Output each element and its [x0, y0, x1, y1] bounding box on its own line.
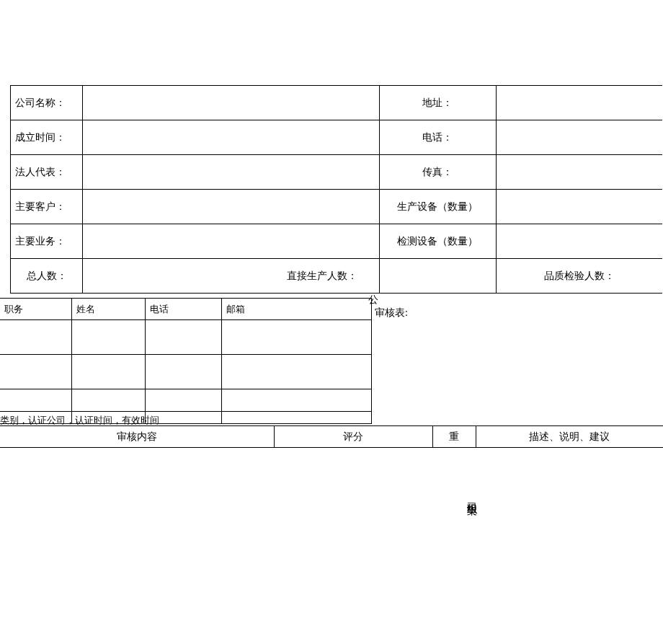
cell: [145, 355, 221, 389]
quality-inspect-label: 品质检验人数：: [497, 259, 662, 294]
table-row: 总人数： 直接生产人数： 品质检验人数：: [11, 259, 663, 294]
founded-label: 成立时间：: [11, 120, 83, 155]
test-equip-value: [497, 224, 662, 259]
cell: [221, 320, 371, 355]
total-people-label: 总人数：: [11, 259, 83, 294]
fax-label: 传真：: [379, 155, 496, 190]
address-value: [497, 86, 662, 120]
address-label: 地址：: [379, 86, 496, 120]
main-customer-label: 主要客户：: [11, 190, 83, 224]
company-name-value: [83, 86, 380, 120]
cell: [71, 355, 145, 389]
phone-header: 电话: [145, 299, 221, 320]
legal-rep-value: [83, 155, 380, 190]
main-business-value: [83, 224, 380, 259]
table-row: [0, 320, 371, 355]
table-row: 成立时间： 电话：: [11, 120, 663, 155]
legal-rep-label: 法人代表：: [11, 155, 83, 190]
audit-score-header: 评分: [274, 426, 432, 448]
main-business-label: 主要业务：: [11, 224, 83, 259]
table-row: [0, 355, 371, 389]
cell: [145, 320, 221, 355]
direct-prod-value: [379, 259, 496, 294]
company-name-label: 公司名称：: [11, 86, 83, 120]
direct-prod-label: 直接生产人数：: [83, 259, 380, 294]
phone-label: 电话：: [379, 120, 496, 155]
prod-equip-label: 生产设备（数量）: [379, 190, 496, 224]
prod-equip-value: [497, 190, 662, 224]
table-row: 审核内容 评分 重 描述、说明、建议: [0, 426, 663, 448]
table-row: 法人代表： 传真：: [11, 155, 663, 190]
cell: [221, 355, 371, 389]
float-company-char: 公: [368, 294, 378, 306]
cell: [71, 320, 145, 355]
company-info-table: 公司名称： 地址： 成立时间： 电话： 法人代表： 传真： 主要客户： 生产设备…: [10, 85, 662, 294]
table-row: 主要客户： 生产设备（数量）: [11, 190, 663, 224]
fax-value: [497, 155, 662, 190]
table-row: 公司名称： 地址：: [11, 86, 663, 120]
cell: [0, 320, 71, 355]
audit-header-table: 审核内容 评分 重 描述、说明、建议: [0, 425, 663, 448]
test-equip-label: 检测设备（数量）: [379, 224, 496, 259]
table-row: 职务 姓名 电话 邮箱: [0, 299, 371, 320]
table-row: 主要业务： 检测设备（数量）: [11, 224, 663, 259]
vertical-org-text: 司组织架: [465, 495, 478, 498]
name-header: 姓名: [71, 299, 145, 320]
float-audit-table-label: 审核表:: [375, 306, 408, 319]
email-header: 邮箱: [221, 299, 371, 320]
phone-value: [497, 120, 662, 155]
audit-description-header: 描述、说明、建议: [476, 426, 663, 448]
position-header: 职务: [0, 299, 71, 320]
cell: [0, 355, 71, 389]
audit-content-header: 审核内容: [0, 426, 274, 448]
contact-table: 职务 姓名 电话 邮箱: [0, 298, 372, 424]
founded-value: [83, 120, 380, 155]
main-customer-value: [83, 190, 380, 224]
audit-weight-header: 重: [432, 426, 476, 448]
